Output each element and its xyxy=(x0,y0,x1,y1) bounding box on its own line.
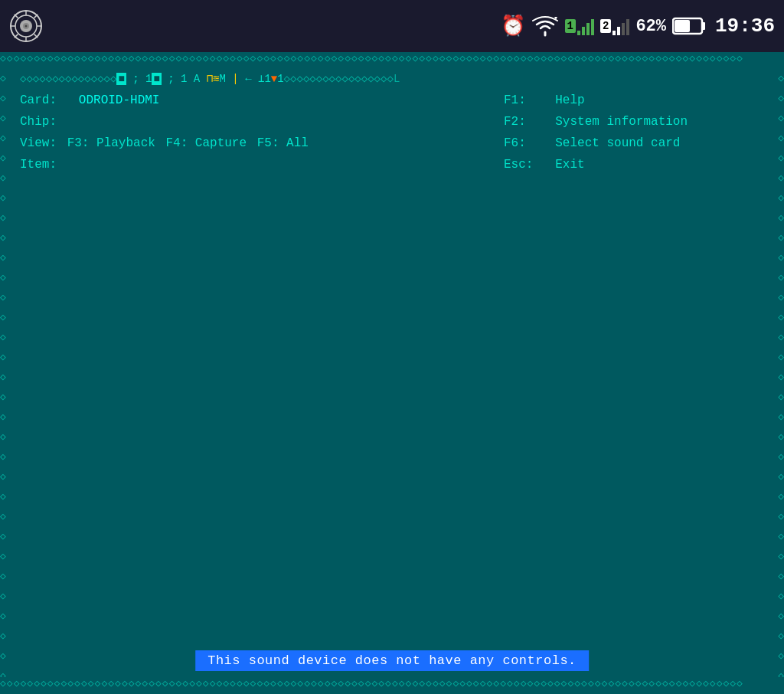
svg-rect-17 xyxy=(591,19,594,35)
left-panel: Card: ODROID-HDMI Chip: View: F3: Playba… xyxy=(20,90,504,175)
signal-1-bars-icon xyxy=(577,17,594,35)
card-row: Card: ODROID-HDMI xyxy=(20,90,504,111)
signal-2-label: 2 xyxy=(600,19,611,33)
card-label: Card: xyxy=(20,93,57,107)
clock-time: 19:36 xyxy=(715,15,775,38)
esc-key[interactable]: Esc: xyxy=(504,158,533,172)
esc-row: Esc: Exit xyxy=(504,154,764,175)
view-f5[interactable]: F5: All xyxy=(257,136,309,150)
main-info-section: Card: ODROID-HDMI Chip: View: F3: Playba… xyxy=(20,90,764,175)
battery-icon xyxy=(672,16,706,36)
f1-value: Help xyxy=(555,93,584,107)
signal-1-label: 1 xyxy=(565,19,576,33)
svg-rect-20 xyxy=(622,23,625,35)
view-f4[interactable]: F4: Capture xyxy=(165,136,247,150)
f1-key[interactable]: F1: xyxy=(504,93,526,107)
message-bar: This sound device does not have any cont… xyxy=(195,650,589,671)
odroid-logo-icon xyxy=(9,9,43,43)
f2-key[interactable]: F2: xyxy=(504,115,526,129)
svg-point-12 xyxy=(25,25,28,28)
card-value: ODROID-HDMI xyxy=(79,93,160,107)
info-bar-row: ◇◇◇◇◇◇◇◇◇◇◇◇◇◇◇■ ; 1■ ; 1 A ⊓≋M | ← ⊥1▼1… xyxy=(20,72,764,85)
signal-2-group: 2 xyxy=(600,17,629,35)
svg-rect-18 xyxy=(612,31,616,35)
battery-percent: 62% xyxy=(635,17,666,36)
item-label: Item: xyxy=(20,158,57,172)
chip-label: Chip: xyxy=(20,115,57,129)
terminal-area: ◇◇◇◇◇◇◇◇◇◇◇◇◇◇◇◇◇◇◇◇◇◇◇◇◇◇◇◇◇◇◇◇◇◇◇◇◇◇◇◇… xyxy=(0,52,784,694)
view-f3[interactable]: F3: Playback xyxy=(67,136,155,150)
f6-row: F6: Select sound card xyxy=(504,133,764,154)
svg-rect-14 xyxy=(577,31,580,35)
svg-rect-16 xyxy=(586,23,590,35)
svg-rect-23 xyxy=(702,22,705,30)
view-row: View: F3: Playback F4: Capture F5: All xyxy=(20,133,504,154)
svg-rect-15 xyxy=(582,27,585,35)
signal-1-group: 1 xyxy=(565,17,594,35)
f6-value: Select sound card xyxy=(555,136,680,150)
terminal-content: ◇◇◇◇◇◇◇◇◇◇◇◇◇◇◇■ ; 1■ ; 1 A ⊓≋M | ← ⊥1▼1… xyxy=(14,69,770,677)
f1-row: F1: Help xyxy=(504,90,764,111)
view-label: View: xyxy=(20,136,57,150)
item-row: Item: xyxy=(20,154,504,175)
status-left xyxy=(9,9,43,43)
right-panel: F1: Help F2: System information F6: Sele… xyxy=(504,90,764,175)
signal-2-bars-icon xyxy=(612,17,629,35)
status-bar: ⏰ 1 2 xyxy=(0,0,784,52)
svg-rect-21 xyxy=(626,19,629,35)
f2-row: F2: System information xyxy=(504,111,764,133)
svg-rect-24 xyxy=(675,20,690,32)
wifi-icon xyxy=(531,15,559,37)
alarm-icon: ⏰ xyxy=(501,14,525,38)
status-right: ⏰ 1 2 xyxy=(501,14,775,38)
chip-row: Chip: xyxy=(20,111,504,133)
f2-value: System information xyxy=(555,115,688,129)
f6-key[interactable]: F6: xyxy=(504,136,526,150)
esc-value: Exit xyxy=(555,158,584,172)
border-left: ◇◇◇◇◇◇◇◇◇◇◇◇◇◇◇◇◇◇◇◇◇◇◇◇◇◇◇◇◇◇◇ xyxy=(0,69,14,677)
border-right: ◇◇◇◇◇◇◇◇◇◇◇◇◇◇◇◇◇◇◇◇◇◇◇◇◇◇◇◇◇◇◇ xyxy=(770,69,784,677)
message-text: This sound device does not have any cont… xyxy=(207,653,577,668)
border-top: ◇◇◇◇◇◇◇◇◇◇◇◇◇◇◇◇◇◇◇◇◇◇◇◇◇◇◇◇◇◇◇◇◇◇◇◇◇◇◇◇… xyxy=(0,52,784,69)
svg-rect-19 xyxy=(617,27,620,35)
border-bottom: ◇◇◇◇◇◇◇◇◇◇◇◇◇◇◇◇◇◇◇◇◇◇◇◇◇◇◇◇◇◇◇◇◇◇◇◇◇◇◇◇… xyxy=(0,677,784,694)
